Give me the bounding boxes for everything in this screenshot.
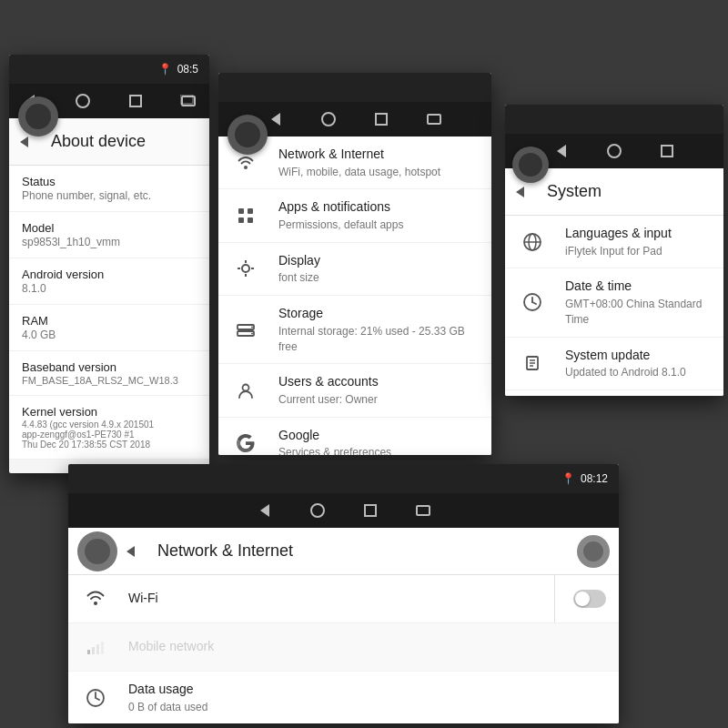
location-icon-network: 📍 bbox=[561, 472, 575, 485]
network-text-mobile: Mobile network bbox=[128, 638, 606, 656]
system-item-datetime[interactable]: Date & time GMT+08:00 China Standard Tim… bbox=[505, 268, 723, 337]
list-item[interactable]: Model sp9853l_1h10_vmm bbox=[9, 212, 209, 258]
svg-point-7 bbox=[242, 265, 249, 272]
home-nav-settings[interactable] bbox=[320, 111, 337, 127]
location-icon: 📍 bbox=[158, 63, 172, 76]
settings-list: Network & Internet WiFi, mobile, data us… bbox=[218, 136, 491, 455]
status-bar-about: 📍 08:5 bbox=[9, 55, 209, 84]
svg-point-14 bbox=[251, 327, 253, 329]
settings-text-storage: Storage Internal storage: 21% used - 25.… bbox=[278, 305, 479, 354]
list-item[interactable]: Android version 8.1.0 bbox=[9, 258, 209, 305]
display-icon bbox=[231, 254, 260, 283]
signal-icon bbox=[81, 632, 110, 662]
back-nav-settings[interactable] bbox=[268, 111, 284, 127]
nav-bar-network bbox=[68, 493, 619, 528]
avatar-network bbox=[77, 531, 117, 571]
svg-rect-6 bbox=[248, 217, 253, 223]
svg-rect-4 bbox=[248, 208, 253, 214]
list-item[interactable]: Kernel version 4.4.83 (gcc version 4.9.x… bbox=[9, 396, 209, 460]
settings-text-users: Users & accounts Current user: Owner bbox=[278, 373, 479, 407]
home-nav-network[interactable] bbox=[309, 502, 326, 519]
recents-nav-network[interactable] bbox=[362, 502, 379, 519]
svg-rect-3 bbox=[238, 208, 244, 214]
avatar-system bbox=[512, 147, 549, 183]
page-title-system: System bbox=[547, 182, 602, 201]
back-nav-system[interactable] bbox=[553, 143, 570, 159]
clock-icon bbox=[518, 288, 547, 317]
panel-network: 📍 08:12 Network & Internet bbox=[68, 464, 619, 723]
settings-item-storage[interactable]: Storage Internal storage: 21% used - 25.… bbox=[218, 296, 491, 364]
status-bar-system bbox=[505, 105, 723, 134]
settings-item-google[interactable]: Google Services & preferences bbox=[218, 418, 491, 455]
svg-rect-33 bbox=[92, 647, 95, 654]
recents-nav-settings[interactable] bbox=[373, 111, 389, 127]
settings-text-google: Google Services & preferences bbox=[278, 427, 479, 455]
settings-item-users[interactable]: Users & accounts Current user: Owner bbox=[218, 364, 491, 417]
recent2-nav-about[interactable] bbox=[180, 93, 197, 109]
network-text-wifi: Wi-Fi bbox=[128, 590, 573, 608]
page-title-about: About device bbox=[51, 132, 146, 151]
system-text-language: Languages & input iFlytek Input for Pad bbox=[565, 225, 711, 258]
system-text-update: System update Updated to Android 8.1.0 bbox=[565, 347, 711, 380]
network-text-data: Data usage 0 B of data used bbox=[128, 681, 606, 714]
toolbar-network: Network & Internet bbox=[68, 528, 619, 575]
language-icon bbox=[518, 228, 547, 257]
settings-text-display: Display font size bbox=[278, 252, 479, 286]
list-item[interactable]: RAM 4.0 GB bbox=[9, 305, 209, 351]
apps-icon bbox=[231, 201, 260, 230]
svg-rect-31 bbox=[417, 506, 430, 515]
settings-item-apps[interactable]: Apps & notifications Permissions, defaul… bbox=[218, 189, 491, 242]
status-bar-network: 📍 08:12 bbox=[68, 464, 619, 493]
system-text-datetime: Date & time GMT+08:00 China Standard Tim… bbox=[565, 278, 711, 327]
google-icon bbox=[231, 429, 260, 455]
recent2-nav-settings[interactable] bbox=[426, 111, 442, 127]
wifi-icon-network bbox=[81, 584, 110, 613]
recent2-nav-network[interactable] bbox=[415, 502, 431, 519]
svg-rect-32 bbox=[87, 650, 90, 654]
network-item-mobile[interactable]: Mobile network bbox=[68, 623, 619, 672]
back-button-system[interactable] bbox=[516, 183, 534, 201]
svg-rect-2 bbox=[428, 115, 440, 124]
back-nav-network[interactable] bbox=[257, 502, 273, 519]
network-item-data[interactable]: Data usage 0 B of data used bbox=[68, 672, 619, 723]
svg-point-16 bbox=[243, 385, 249, 391]
system-item-about[interactable]: About device sp9853l_1h10_vmm bbox=[505, 390, 723, 396]
storage-icon bbox=[231, 315, 260, 344]
wifi-toggle[interactable] bbox=[573, 590, 606, 608]
svg-rect-5 bbox=[238, 217, 244, 223]
panel-about: 📍 08:5 About device Status Phone number,… bbox=[9, 55, 209, 473]
panel-system: System Languages & input iFlytek Input f… bbox=[505, 105, 723, 396]
svg-rect-34 bbox=[96, 644, 99, 654]
avatar-about bbox=[18, 96, 58, 136]
people-icon bbox=[231, 376, 260, 405]
recents-nav-system[interactable] bbox=[659, 143, 675, 159]
network-list: Wi-Fi Mobile network bbox=[68, 575, 619, 723]
back-button-network[interactable] bbox=[126, 542, 145, 561]
svg-line-23 bbox=[532, 302, 536, 304]
settings-text-network: Network & Internet WiFi, mobile, data us… bbox=[278, 146, 479, 179]
about-list: Status Phone number, signal, etc. Model … bbox=[9, 166, 209, 460]
settings-item-display[interactable]: Display font size bbox=[218, 243, 491, 296]
wifi-divider bbox=[554, 575, 555, 622]
data-icon bbox=[81, 683, 110, 713]
panel-settings: Network & Internet WiFi, mobile, data us… bbox=[218, 73, 491, 455]
network-item-wifi[interactable]: Wi-Fi bbox=[68, 575, 619, 623]
list-item[interactable]: Baseband version FM_BASE_18A_RLS2_MC_W18… bbox=[9, 351, 209, 396]
system-list: Languages & input iFlytek Input for Pad … bbox=[505, 216, 723, 396]
home-nav-about[interactable] bbox=[75, 93, 91, 109]
home-nav-system[interactable] bbox=[606, 143, 622, 159]
status-bar-settings bbox=[218, 73, 491, 102]
system-item-update[interactable]: System update Updated to Android 8.1.0 bbox=[505, 338, 723, 390]
update-icon bbox=[518, 349, 547, 378]
search-avatar-network bbox=[577, 535, 610, 568]
system-item-language[interactable]: Languages & input iFlytek Input for Pad bbox=[505, 216, 723, 268]
settings-text-apps: Apps & notifications Permissions, defaul… bbox=[278, 198, 479, 232]
svg-point-15 bbox=[251, 333, 253, 335]
page-title-network: Network & Internet bbox=[157, 541, 293, 561]
list-item[interactable]: Status Phone number, signal, etc. bbox=[9, 166, 209, 212]
avatar-settings bbox=[228, 115, 268, 155]
time-about: 08:5 bbox=[177, 63, 198, 76]
svg-rect-35 bbox=[101, 642, 104, 654]
recents-nav-about[interactable] bbox=[127, 93, 144, 109]
time-network: 08:12 bbox=[581, 472, 608, 485]
